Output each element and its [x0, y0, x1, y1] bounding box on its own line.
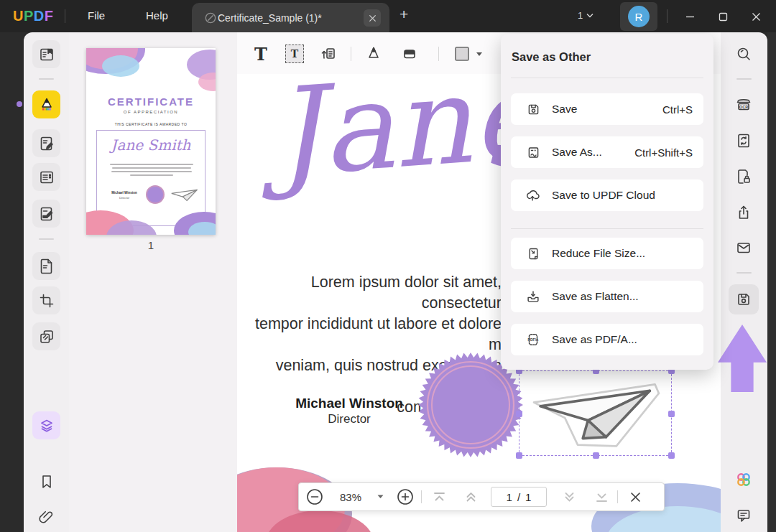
svg-text:PDF/A: PDF/A: [528, 338, 539, 342]
flatten-icon: [525, 289, 541, 304]
zoom-level-value[interactable]: 83%: [331, 491, 371, 503]
menu-file[interactable]: File: [88, 9, 105, 22]
sidebar-item-save[interactable]: [729, 284, 759, 314]
titlebar-divider-2: [667, 9, 668, 23]
close-icon: [752, 12, 761, 22]
page-thumbnail-1[interactable]: CERTIFICATE OF APPRECIATION THIS CERTIFI…: [86, 48, 216, 235]
cloud-upload-icon: [525, 187, 541, 203]
thumb-signer-name: Michael Winston: [103, 191, 146, 195]
sidebar-item-comment[interactable]: [32, 90, 60, 118]
tool-eraser[interactable]: [397, 42, 422, 66]
sidebar-item-reader[interactable]: [32, 40, 60, 68]
ocr-icon: OCR: [734, 95, 753, 113]
caret-down-icon: [377, 495, 384, 499]
sidebar-item-edit[interactable]: [32, 129, 60, 157]
selection-handle-s[interactable]: [593, 452, 599, 459]
menu-item-save-as[interactable]: Save As... Ctrl+Shift+S: [511, 136, 703, 168]
minimize-button[interactable]: [681, 8, 698, 25]
menu-item-save-to-cloud[interactable]: Save to UPDF Cloud: [511, 179, 703, 211]
text-box-icon: T: [285, 45, 304, 63]
menu-item-save-as-flatten[interactable]: Save as Flatten...: [511, 281, 703, 312]
thumb-seal: [146, 185, 165, 204]
thumb-signer-title: Director: [103, 196, 146, 200]
sidebar-item-attachment[interactable]: [32, 503, 60, 531]
tool-pen[interactable]: [361, 42, 386, 66]
signer-title[interactable]: Director: [263, 412, 435, 426]
sidebar-item-ocr[interactable]: OCR: [729, 89, 759, 119]
zoom-out-button[interactable]: [299, 488, 331, 505]
page-total: 1: [525, 491, 531, 503]
titlebar-divider: [65, 9, 65, 23]
signer-name[interactable]: Michael Winston: [263, 396, 435, 411]
first-page-button[interactable]: [422, 492, 456, 503]
zoom-in-button[interactable]: [389, 488, 421, 505]
next-page-button[interactable]: [553, 491, 586, 503]
selection-handle-se[interactable]: [668, 452, 675, 459]
sidebar-item-share[interactable]: [729, 197, 759, 228]
thumb-page-number: 1: [86, 239, 216, 251]
page-number-input[interactable]: 1 / 1: [491, 487, 547, 507]
zoom-in-icon: [397, 488, 414, 505]
page-thumbnails-panel: CERTIFICATE OF APPRECIATION THIS CERTIFI…: [69, 32, 237, 532]
close-window-button[interactable]: [747, 8, 765, 25]
account-button[interactable]: R: [620, 2, 657, 31]
sidebar-item-crop[interactable]: [32, 286, 60, 314]
tool-callout[interactable]: [316, 42, 341, 66]
menu-item-save[interactable]: Save Ctrl+S: [511, 93, 703, 125]
selection-handle-sw[interactable]: [516, 452, 522, 459]
sidebar-item-email[interactable]: [729, 233, 759, 263]
bookmark-icon: [38, 473, 55, 490]
sidebar-item-convert[interactable]: [729, 126, 759, 156]
thumb-paper-plane: [169, 185, 200, 205]
crop-icon: [38, 292, 55, 309]
tool-text[interactable]: T: [249, 42, 273, 66]
sidebar-item-feedback[interactable]: [729, 500, 759, 531]
previous-page-button[interactable]: [456, 491, 485, 503]
sidebar-item-fill-sign[interactable]: [32, 200, 60, 228]
menu-item-save-as-pdfa[interactable]: PDF/A Save as PDF/A...: [511, 324, 703, 355]
tool-shape[interactable]: [453, 42, 486, 66]
new-tab-button[interactable]: +: [399, 6, 408, 23]
logo-letter-u: U: [13, 8, 24, 24]
last-page-button[interactable]: [586, 492, 617, 503]
maximize-button[interactable]: [714, 8, 731, 25]
document-tab[interactable]: Certificate_Sample (1)*: [192, 3, 389, 32]
menu-item-label: Save as PDF/A...: [552, 333, 637, 346]
protect-lock-icon: [735, 168, 752, 185]
feedback-chat-icon: [735, 507, 752, 524]
thumb-cert-subtitle: OF APPRECIATION: [86, 110, 216, 114]
close-zoombar-button[interactable]: [618, 492, 652, 503]
attachment-icon: [38, 508, 55, 526]
selection-handle-e[interactable]: [668, 411, 675, 417]
selection-handle-w[interactable]: [516, 411, 522, 417]
thumb-text-line: [112, 167, 191, 169]
menu-item-reduce-file-size[interactable]: Reduce File Size...: [511, 238, 703, 269]
sidebar-item-convert-page[interactable]: [32, 252, 60, 280]
tool-text-box[interactable]: T: [282, 42, 307, 66]
sidebar-item-protect[interactable]: [729, 162, 759, 192]
minimize-icon: [685, 12, 695, 22]
zoom-level-dropdown[interactable]: [371, 495, 389, 499]
menu-item-label: Save to UPDF Cloud: [552, 189, 655, 202]
window-count-dropdown[interactable]: 1: [578, 10, 593, 21]
menu-help[interactable]: Help: [146, 9, 168, 22]
sidebar-item-organize-pages[interactable]: [32, 163, 60, 191]
ai-assistant-icon: [734, 470, 753, 489]
sidebar-item-background[interactable]: [32, 322, 60, 350]
selection-bounding-box[interactable]: [519, 370, 672, 456]
fill-sign-icon: [38, 205, 55, 223]
thumb-cert-name: Jane Smith: [97, 136, 205, 154]
left-sidebar: [24, 32, 69, 532]
email-icon: [735, 239, 752, 256]
save-panel-title: Save as Other: [512, 50, 591, 64]
sidebar-divider: [736, 78, 752, 80]
sidebar-item-layers[interactable]: [32, 411, 60, 439]
sidebar-item-bookmark[interactable]: [32, 467, 60, 495]
tab-close-button[interactable]: [364, 9, 381, 27]
pdfa-icon: PDF/A: [525, 332, 541, 347]
active-tool-indicator-dot: [17, 101, 22, 107]
titlebar: UPDF File Help Certificate_Sample (1)* +…: [0, 0, 776, 32]
zoom-out-icon: [306, 488, 323, 505]
sidebar-item-ai-assistant[interactable]: [729, 465, 759, 495]
sidebar-item-search[interactable]: [729, 39, 759, 69]
